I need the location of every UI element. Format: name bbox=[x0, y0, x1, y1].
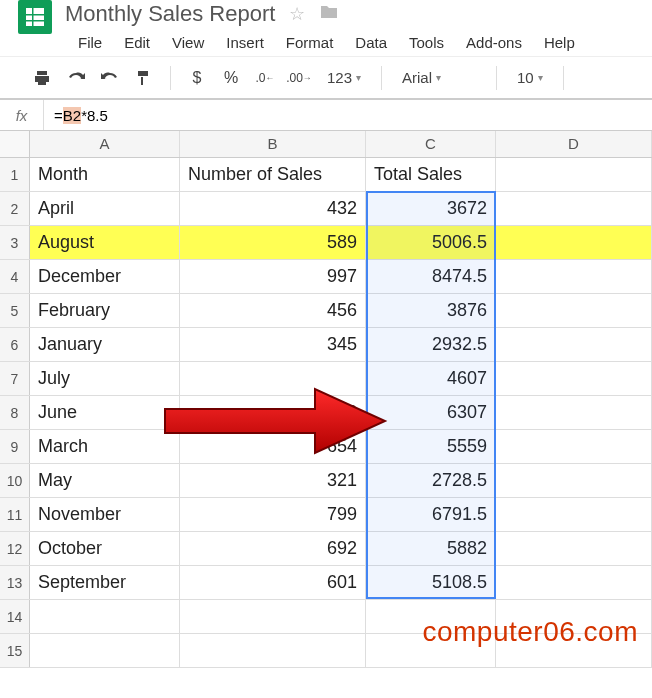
folder-icon[interactable] bbox=[319, 4, 339, 25]
menu-addons[interactable]: Add-ons bbox=[456, 30, 532, 55]
percent-button[interactable]: % bbox=[217, 64, 245, 92]
cell[interactable]: 432 bbox=[180, 192, 366, 225]
cell[interactable]: 321 bbox=[180, 464, 366, 497]
row-header[interactable]: 5 bbox=[0, 294, 30, 327]
cell[interactable]: 5006.5 bbox=[366, 226, 496, 259]
document-title[interactable]: Monthly Sales Report bbox=[65, 1, 275, 27]
row-header[interactable]: 13 bbox=[0, 566, 30, 599]
cell[interactable] bbox=[30, 634, 180, 667]
redo-icon[interactable] bbox=[96, 64, 124, 92]
cell[interactable]: 997 bbox=[180, 260, 366, 293]
row-header[interactable]: 11 bbox=[0, 498, 30, 531]
cell[interactable]: 456 bbox=[180, 294, 366, 327]
increase-decimal-button[interactable]: .00→ bbox=[285, 64, 313, 92]
row-header[interactable]: 9 bbox=[0, 430, 30, 463]
cell[interactable]: November bbox=[30, 498, 180, 531]
cell[interactable]: April bbox=[30, 192, 180, 225]
cell[interactable]: 799 bbox=[180, 498, 366, 531]
cell[interactable]: 6307 bbox=[366, 396, 496, 429]
menu-format[interactable]: Format bbox=[276, 30, 344, 55]
cell[interactable]: 3672 bbox=[366, 192, 496, 225]
row-header[interactable]: 10 bbox=[0, 464, 30, 497]
column-header-C[interactable]: C bbox=[366, 131, 496, 157]
cell[interactable]: February bbox=[30, 294, 180, 327]
row-header[interactable]: 1 bbox=[0, 158, 30, 191]
cell[interactable] bbox=[496, 498, 652, 531]
print-icon[interactable] bbox=[28, 64, 56, 92]
number-format-button[interactable]: 123▾ bbox=[319, 65, 369, 90]
cell[interactable] bbox=[496, 192, 652, 225]
cell[interactable]: June bbox=[30, 396, 180, 429]
menu-help[interactable]: Help bbox=[534, 30, 585, 55]
row-header[interactable]: 2 bbox=[0, 192, 30, 225]
cell[interactable]: May bbox=[30, 464, 180, 497]
row-header[interactable]: 14 bbox=[0, 600, 30, 633]
cell[interactable] bbox=[496, 158, 652, 191]
cell[interactable]: September bbox=[30, 566, 180, 599]
currency-button[interactable]: $ bbox=[183, 64, 211, 92]
row-header[interactable]: 4 bbox=[0, 260, 30, 293]
column-header-B[interactable]: B bbox=[180, 131, 366, 157]
row-header[interactable]: 6 bbox=[0, 328, 30, 361]
select-all-corner[interactable] bbox=[0, 131, 30, 157]
cell[interactable]: 654 bbox=[180, 430, 366, 463]
cell[interactable] bbox=[496, 464, 652, 497]
cell[interactable]: October bbox=[30, 532, 180, 565]
column-header-A[interactable]: A bbox=[30, 131, 180, 157]
menu-data[interactable]: Data bbox=[345, 30, 397, 55]
cell[interactable] bbox=[30, 600, 180, 633]
menu-insert[interactable]: Insert bbox=[216, 30, 274, 55]
paint-format-icon[interactable] bbox=[130, 64, 158, 92]
font-family-select[interactable]: Arial▾ bbox=[394, 65, 484, 90]
cell[interactable]: March bbox=[30, 430, 180, 463]
cell[interactable] bbox=[180, 600, 366, 633]
row-header[interactable]: 12 bbox=[0, 532, 30, 565]
cell[interactable]: January bbox=[30, 328, 180, 361]
decrease-decimal-button[interactable]: .0← bbox=[251, 64, 279, 92]
cell[interactable]: Total Sales bbox=[366, 158, 496, 191]
cell[interactable]: 4607 bbox=[366, 362, 496, 395]
column-header-D[interactable]: D bbox=[496, 131, 652, 157]
cell[interactable] bbox=[496, 226, 652, 259]
cell[interactable]: August bbox=[30, 226, 180, 259]
cell[interactable]: December bbox=[30, 260, 180, 293]
cell[interactable]: 2728.5 bbox=[366, 464, 496, 497]
cell[interactable]: July bbox=[30, 362, 180, 395]
cell[interactable] bbox=[496, 532, 652, 565]
cell[interactable] bbox=[180, 362, 366, 395]
cell[interactable]: 5882 bbox=[366, 532, 496, 565]
sheets-app-icon[interactable] bbox=[18, 0, 52, 34]
menu-tools[interactable]: Tools bbox=[399, 30, 454, 55]
cell[interactable]: 3876 bbox=[366, 294, 496, 327]
cell[interactable] bbox=[496, 430, 652, 463]
formula-input[interactable]: =B2*8.5 bbox=[44, 107, 108, 124]
cell[interactable]: 601 bbox=[180, 566, 366, 599]
menu-edit[interactable]: Edit bbox=[114, 30, 160, 55]
cell[interactable]: 8474.5 bbox=[366, 260, 496, 293]
cell[interactable]: Number of Sales bbox=[180, 158, 366, 191]
row-header[interactable]: 8 bbox=[0, 396, 30, 429]
cell[interactable] bbox=[496, 396, 652, 429]
font-size-select[interactable]: 10▾ bbox=[509, 65, 551, 90]
cell[interactable] bbox=[496, 260, 652, 293]
cell[interactable]: 5559 bbox=[366, 430, 496, 463]
menu-file[interactable]: File bbox=[68, 30, 112, 55]
cell[interactable]: 2932.5 bbox=[366, 328, 496, 361]
cell[interactable] bbox=[496, 362, 652, 395]
cell[interactable]: 692 bbox=[180, 532, 366, 565]
cell[interactable] bbox=[496, 294, 652, 327]
row-header[interactable]: 15 bbox=[0, 634, 30, 667]
undo-icon[interactable] bbox=[62, 64, 90, 92]
cell[interactable] bbox=[496, 328, 652, 361]
row-header[interactable]: 7 bbox=[0, 362, 30, 395]
cell[interactable]: Month bbox=[30, 158, 180, 191]
cell[interactable]: 345 bbox=[180, 328, 366, 361]
cell[interactable]: 6791.5 bbox=[366, 498, 496, 531]
cell[interactable] bbox=[180, 634, 366, 667]
cell[interactable]: 5108.5 bbox=[366, 566, 496, 599]
menu-view[interactable]: View bbox=[162, 30, 214, 55]
cell[interactable]: 742 bbox=[180, 396, 366, 429]
cell[interactable]: 589 bbox=[180, 226, 366, 259]
row-header[interactable]: 3 bbox=[0, 226, 30, 259]
cell[interactable] bbox=[496, 566, 652, 599]
